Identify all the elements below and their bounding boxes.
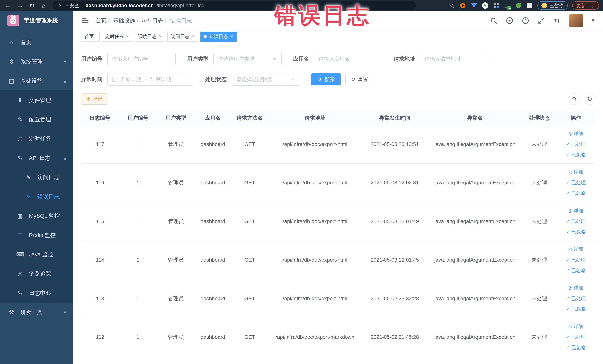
table-header-cell[interactable]: 应用名 (195, 111, 231, 125)
detail-link[interactable]: ◎ 详细 (568, 130, 583, 137)
logo-rabbit-icon (7, 15, 19, 26)
tab-close-icon[interactable]: × (159, 34, 162, 39)
mark-processed-link[interactable]: ✓ 已处理 (566, 295, 586, 302)
detail-link[interactable]: ◎ 详细 (568, 208, 583, 214)
table-header-cell[interactable]: 操作 (557, 111, 595, 125)
sidebar-menu-item[interactable]: ✎ 配置管理 (0, 110, 73, 129)
check-icon: ✓ (566, 257, 570, 263)
user-id-input[interactable] (107, 53, 175, 65)
sidebar-menu-item[interactable]: ⚒ 研发工具 ▾ (0, 303, 73, 322)
avatar[interactable] (569, 14, 583, 27)
sidebar-menu-item[interactable]: ▤ 基础设施 ▴ (0, 71, 73, 91)
download-icon (86, 97, 91, 101)
tab-close-icon[interactable]: × (192, 34, 195, 39)
breadcrumb-item[interactable]: API 日志 / (142, 17, 166, 24)
table-header-cell[interactable]: 用户编号 (119, 111, 157, 125)
security-warning-icon[interactable]: ⚠ (58, 3, 62, 9)
table-header-cell[interactable]: 异常名 (428, 111, 522, 125)
tab-close-icon[interactable]: × (230, 34, 233, 39)
sidebar-menu-item[interactable]: ◷ 定时任务 (0, 129, 73, 148)
tab[interactable]: 定时任务 × (102, 32, 132, 42)
menu-item-label: API 日志 (29, 154, 51, 162)
tab[interactable]: 调度日志 × (135, 32, 165, 42)
help-icon[interactable]: ? (522, 16, 530, 25)
sidebar-menu-item[interactable]: ⇪ 文件管理 (0, 91, 73, 110)
extension-puzzle-icon[interactable] (526, 2, 533, 9)
sidebar-menu-item[interactable]: ▦ MySQL 监控 (0, 206, 73, 225)
detail-link[interactable]: ◎ 详细 (568, 323, 583, 330)
tab[interactable]: 错误日志 × (200, 32, 237, 42)
table-header-cell[interactable]: 日志编号 (81, 111, 119, 125)
breadcrumb-item[interactable]: 错误日志 / (170, 17, 192, 24)
mark-processed-link[interactable]: ✓ 已处理 (566, 334, 586, 340)
search-icon[interactable] (489, 16, 498, 25)
check-icon: ✓ (566, 190, 570, 196)
breadcrumb-item[interactable]: 基础设施 / (113, 17, 139, 24)
sidebar-menu-item[interactable]: ⚙ 系统管理 ▾ (0, 52, 73, 71)
sidebar-menu-item[interactable]: ✎ 日志中心 (0, 283, 73, 303)
browser-back-button[interactable]: ← (4, 2, 12, 9)
github-icon[interactable] (506, 16, 514, 25)
bookmark-star-icon[interactable]: ☆ (450, 2, 455, 9)
sidebar-menu-item[interactable]: ⌨ Java 监控 (0, 245, 73, 264)
browser-forward-button[interactable]: → (16, 2, 24, 9)
table-header-cell[interactable]: 请求方法名 (231, 111, 268, 125)
tab[interactable]: 访问日志 × (167, 32, 198, 42)
mark-ignored-link[interactable]: ✓ 已忽略 (566, 152, 586, 158)
tab-close-icon[interactable]: × (126, 34, 129, 39)
breadcrumb-item[interactable]: 首页 / (95, 17, 110, 24)
browser-home-button[interactable]: ⌂ (40, 2, 48, 9)
cell-log-id: 116 (81, 179, 119, 186)
mark-processed-link[interactable]: ✓ 已处理 (566, 218, 586, 224)
mark-ignored-link[interactable]: ✓ 已忽略 (566, 306, 586, 312)
extension-onoff-icon[interactable]: on (504, 2, 511, 9)
detail-link[interactable]: ◎ 详细 (568, 285, 583, 291)
toggle-search-button[interactable] (569, 94, 580, 105)
sidebar-menu-item[interactable]: ✎ API 日志 ▴ (0, 148, 73, 168)
extension-sprout-icon[interactable] (515, 2, 522, 9)
mark-ignored-link[interactable]: ✓ 已忽略 (566, 344, 586, 351)
browser-reload-button[interactable]: ↻ (28, 2, 36, 9)
mark-ignored-link[interactable]: ✓ 已忽略 (566, 267, 586, 274)
detail-link[interactable]: ◎ 详细 (568, 169, 583, 175)
avatar-caret-icon[interactable]: ▼ (591, 18, 595, 23)
reset-button[interactable]: ↻ 重置 (345, 73, 374, 85)
address-bar[interactable]: ⚠ 不安全 dashboard.yudao.iocoder.cn /infra/… (53, 1, 416, 10)
cell-exception-time: 2021-05-03 12:01:49 (362, 218, 428, 225)
sidebar-collapse-icon[interactable] (81, 16, 89, 25)
refresh-table-button[interactable]: ↻ (584, 94, 595, 105)
extension-orange-icon[interactable] (460, 2, 466, 9)
mark-processed-link[interactable]: ✓ 已处理 (566, 141, 586, 147)
sidebar-menu-item[interactable]: ⌂ 首页 (0, 33, 73, 52)
status-select[interactable]: 请选择处理状态 (232, 73, 300, 86)
extension-grid-icon[interactable] (493, 2, 499, 9)
browser-update-badge[interactable]: 更新 ⋮ (572, 1, 599, 10)
sidebar-menu-item[interactable]: ✎ 错误日志 (0, 187, 73, 206)
user-type-select[interactable]: 请选择用户类型 (213, 53, 282, 65)
extension-green-v-icon[interactable]: V (482, 2, 488, 9)
request-url-input[interactable] (420, 53, 488, 65)
table-header-cell[interactable]: 请求地址 (268, 111, 362, 125)
table-header-cell[interactable]: 异常发生时间 (362, 111, 428, 125)
mark-processed-link[interactable]: ✓ 已处理 (566, 179, 586, 186)
sidebar-menu-item[interactable]: ✎ 访问日志 (0, 168, 73, 187)
mark-processed-link[interactable]: ✓ 已处理 (566, 257, 586, 263)
app-logo[interactable]: 芋道管理系统 (0, 11, 73, 30)
extension-shield-icon[interactable] (471, 2, 477, 9)
table-header-cell[interactable]: 用户类型 (157, 111, 195, 125)
fullscreen-icon[interactable] (537, 16, 545, 25)
exception-time-range-picker[interactable]: 开始日期 - 结束日期 (107, 73, 194, 86)
profile-paused-badge[interactable]: 已暂停 (537, 1, 568, 10)
detail-link[interactable]: ◎ 详细 (568, 246, 583, 253)
tab[interactable]: 首页 (81, 32, 100, 42)
app-name-input[interactable] (314, 53, 382, 65)
sidebar-menu-item[interactable]: ◎ 链路追踪 (0, 264, 73, 283)
table-header-cell[interactable]: 处理状态 (522, 111, 557, 125)
mark-ignored-link[interactable]: ✓ 已忽略 (566, 190, 586, 197)
export-button[interactable]: 导出 (81, 94, 108, 105)
font-size-icon[interactable]: TT (553, 16, 561, 25)
sidebar-menu-item[interactable]: ☰ Redis 监控 (0, 225, 73, 245)
browser-menu-icon[interactable]: ⋮ (590, 3, 595, 9)
search-button[interactable]: 搜索 (311, 73, 340, 85)
mark-ignored-link[interactable]: ✓ 已忽略 (566, 229, 586, 235)
